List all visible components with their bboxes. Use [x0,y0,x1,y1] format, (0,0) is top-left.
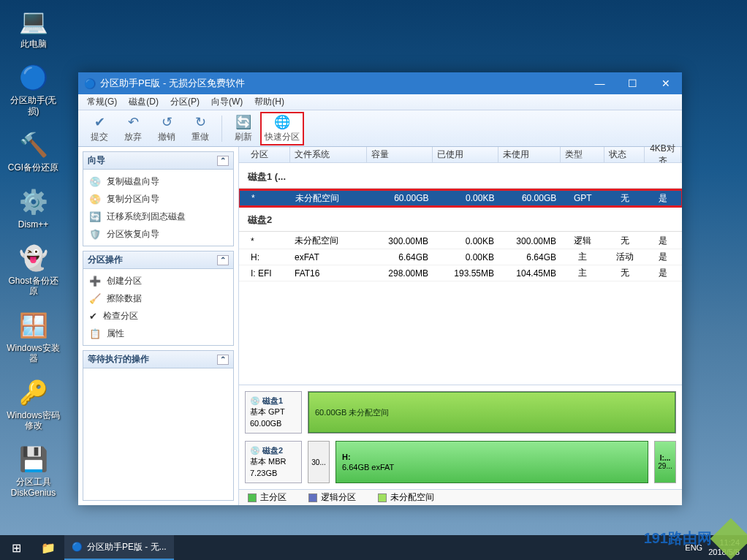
maximize-button[interactable]: ☐ [616,72,649,94]
partition-h[interactable]: H: 6.64GB exFAT [335,441,648,483]
migrate-icon: 🔄 [89,211,101,222]
legend-logical: 逻辑分区 [308,491,356,504]
header-status[interactable]: 状态 [604,147,645,162]
key-icon: 🔑 [18,377,49,408]
app-window: 🔵 分区助手PE版 - 无损分区免费软件 ― ☐ ✕ 常规(G) 磁盘(D) 分… [78,72,682,505]
swatch-primary [248,493,257,502]
menu-disk[interactable]: 磁盘(D) [123,94,164,110]
partition-row[interactable]: I: EFI FAT16 298.00MB 193.55MB 104.45MB … [239,265,682,281]
hammer-icon: 🔨 [18,129,49,160]
desktop-icon-windows-password[interactable]: 🔑Windows密码修改 [6,377,61,431]
start-button[interactable]: ⊞ [0,535,32,560]
disk2-graphic-row: 💿磁盘2 基本 MBR 7.23GB 30... H: 6.64GB exFAT… [245,441,676,483]
refresh-icon: 🔄 [235,114,251,130]
main-area: 向导⌃ 💿复制磁盘向导 📀复制分区向导 🔄迁移系统到固态磁盘 🛡️分区恢复向导 … [78,147,682,505]
header-free[interactable]: 未使用 [498,147,561,162]
header-used[interactable]: 已使用 [433,147,498,162]
sidebar-item-properties[interactable]: 📋属性 [83,325,233,342]
app-icon: 🔵 [84,78,96,89]
swatch-unallocated [378,493,387,502]
app-icon: 🔵 [72,542,83,552]
swatch-logical [308,493,317,502]
partition-row[interactable]: * 未分配空间 300.00MB 0.00KB 300.00MB 逻辑 无 是 [239,233,682,249]
menu-partition[interactable]: 分区(P) [164,94,205,110]
legend-primary: 主分区 [248,491,287,504]
shield-icon: 🛡️ [89,229,101,240]
panel-pending: 等待执行的操作⌃ [83,350,234,501]
legend-unallocated: 未分配空间 [378,491,434,504]
disk-icon: 💾 [18,444,49,474]
menu-help[interactable]: 帮助(H) [249,94,290,110]
undo-icon: ↶ [128,114,139,130]
header-partition[interactable]: 分区 [239,147,290,162]
sidebar-item-migrate-ssd[interactable]: 🔄迁移系统到固态磁盘 [83,208,233,225]
minimize-button[interactable]: ― [583,72,616,94]
legend-bar: 主分区 逻辑分区 未分配空间 [239,489,682,505]
redo-button[interactable]: ↻重做 [183,113,217,145]
disk2-info[interactable]: 💿磁盘2 基本 MBR 7.23GB [245,441,302,483]
partition-row[interactable]: H: exFAT 6.64GB 0.00KB 6.64GB 主 活动 是 [239,249,682,265]
menu-wizard[interactable]: 向导(W) [205,94,249,110]
sidebar-item-recovery[interactable]: 🛡️分区恢复向导 [83,225,233,243]
tray-lang[interactable]: ENG [685,543,702,552]
desktop-icon-diskgenius[interactable]: 💾分区工具DiskGenius [6,444,61,498]
header-type[interactable]: 类型 [561,147,604,162]
plus-icon: ➕ [89,276,101,287]
desktop-icon-ghost-backup[interactable]: 👻Ghost备份还原 [6,243,61,297]
undo-button[interactable]: ↺撤销 [150,113,183,145]
partition-i[interactable]: I:... 29... [654,441,676,483]
wipe-icon: 🧹 [89,293,101,304]
desktop-icon-cgi-backup[interactable]: 🔨CGI备份还原 [6,129,61,173]
content-area: 分区 文件系统 容量 已使用 未使用 类型 状态 4KB对齐 磁盘1 (... … [239,147,682,505]
disk-icon: 💿 [250,445,260,456]
header-4k-align[interactable]: 4KB对齐 [645,147,681,162]
taskbar-app-button[interactable]: 🔵分区助手PE版 - 无... [64,535,174,560]
discard-button[interactable]: ↶放弃 [116,113,150,145]
toolbar: ✔提交 ↶放弃 ↺撤销 ↻重做 🔄刷新 🌐快速分区 [78,110,682,147]
sidebar-item-wipe-data[interactable]: 🧹擦除数据 [83,290,233,307]
chevron-up-icon[interactable]: ⌃ [217,156,229,166]
sidebar-item-copy-partition[interactable]: 📀复制分区向导 [83,190,233,208]
desktop-icon-dism[interactable]: ⚙️Dism++ [6,186,61,230]
panel-header-wizard[interactable]: 向导⌃ [83,152,233,170]
titlebar[interactable]: 🔵 分区助手PE版 - 无损分区免费软件 ― ☐ ✕ [78,72,682,94]
apply-button[interactable]: ✔提交 [83,113,116,145]
globe-icon: 🌐 [274,114,290,130]
tray-clock[interactable]: 11:24 2018/5/8 [708,538,740,557]
toolbar-separator [221,116,222,142]
desktop-icon-windows-installer[interactable]: 🪟Windows安装器 [6,310,61,364]
header-filesystem[interactable]: 文件系统 [290,147,367,162]
menu-general[interactable]: 常规(G) [81,94,123,110]
sidebar-item-check-partition[interactable]: ✔检查分区 [83,307,233,325]
disk1-info[interactable]: 💿磁盘1 基本 GPT 60.00GB [245,391,302,434]
partition-unallocated[interactable]: 60.00GB 未分配空间 [308,392,675,433]
partition-grid-header: 分区 文件系统 容量 已使用 未使用 类型 状态 4KB对齐 [239,147,682,163]
panel-header-pending[interactable]: 等待执行的操作⌃ [83,351,233,368]
close-button[interactable]: ✕ [649,72,682,94]
file-explorer-button[interactable]: 📁 [32,535,64,560]
disk2-title[interactable]: 磁盘2 [239,206,682,232]
app-icon: 🔵 [18,62,49,93]
panel-header-ops[interactable]: 分区操作⌃ [83,251,233,269]
desktop-icons: 💻此电脑 🔵分区助手(无损) 🔨CGI备份还原 ⚙️Dism++ 👻Ghost备… [6,6,61,498]
chevron-up-icon[interactable]: ⌃ [217,255,229,265]
sidebar: 向导⌃ 💿复制磁盘向导 📀复制分区向导 🔄迁移系统到固态磁盘 🛡️分区恢复向导 … [78,147,239,505]
pc-icon: 💻 [18,6,49,37]
partition-small[interactable]: 30... [308,441,330,483]
partition-grid-body[interactable]: 磁盘1 (... * 未分配空间 60.00GB 0.00KB 60.00GB … [239,163,682,385]
quick-partition-button[interactable]: 🌐快速分区 [260,112,304,145]
header-capacity[interactable]: 容量 [367,147,433,162]
sidebar-item-copy-disk[interactable]: 💿复制磁盘向导 [83,173,233,190]
disk-icon: 💿 [250,396,260,406]
disk-graphics-area: 💿磁盘1 基本 GPT 60.00GB 60.00GB 未分配空间 💿磁盘2 基… [239,385,682,489]
chevron-up-icon[interactable]: ⌃ [217,355,229,365]
desktop-icon-partition-assistant[interactable]: 🔵分区助手(无损) [6,62,61,116]
desktop-icon-this-pc[interactable]: 💻此电脑 [6,6,61,49]
refresh-button[interactable]: 🔄刷新 [227,113,260,145]
partition-icon: 📀 [89,194,101,205]
gear-icon: ⚙️ [18,186,49,217]
windows-icon: 🪟 [18,310,49,341]
partition-row[interactable]: * 未分配空间 60.00GB 0.00KB 60.00GB GPT 无 是 [239,190,682,206]
sidebar-item-create-partition[interactable]: ➕创建分区 [83,272,233,290]
disk1-title[interactable]: 磁盘1 (... [239,163,682,189]
